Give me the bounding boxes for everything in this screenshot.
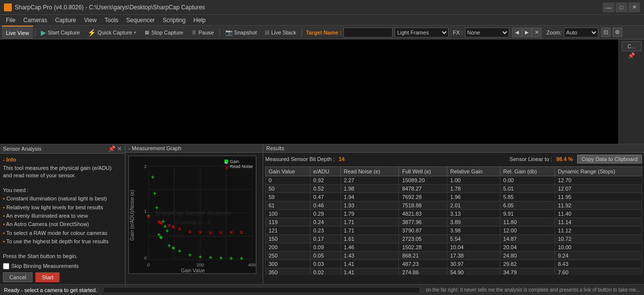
live-stack-button[interactable]: ⊞ Live Stack xyxy=(261,27,300,38)
menu-item-file[interactable]: File xyxy=(2,16,19,25)
gain-legend: + Gain xyxy=(224,159,253,164)
table-cell: 3877.96 xyxy=(399,218,447,227)
skip-binning-checkbox[interactable] xyxy=(3,263,9,269)
zoom-fit-button[interactable]: ⊡ xyxy=(601,28,611,37)
start-capture-button[interactable]: ▶ Start Capture xyxy=(37,27,83,38)
settings-button[interactable]: ⚙ xyxy=(613,28,622,37)
results-column-header: Full Well (e) xyxy=(399,167,447,176)
results-table-container[interactable]: Gain Valuee/ADURead Noise (e)Full Well (… xyxy=(265,166,642,275)
status-text: Ready - select a camera to get started. xyxy=(4,287,97,293)
table-cell: 12.00 xyxy=(500,227,554,235)
window-controls: — □ ✕ xyxy=(603,2,640,12)
minimize-button[interactable]: — xyxy=(603,2,614,12)
fx-toggle-button[interactable]: ✕ xyxy=(532,28,542,37)
fx-next-button[interactable]: ▶ xyxy=(522,28,532,37)
table-cell: 3.98 xyxy=(447,227,500,235)
zoom-select[interactable]: Auto 50% 100% 200% xyxy=(564,28,598,37)
table-row[interactable]: 1500.171.612723.055.5414.8710.72 xyxy=(266,235,642,243)
table-cell: 5.54 xyxy=(447,235,500,243)
quick-capture-button[interactable]: ⚡ Quick Capture ▾ xyxy=(84,27,139,38)
start-capture-icon: ▶ xyxy=(41,29,46,36)
table-cell: 1.71 xyxy=(340,227,399,235)
live-view-tab[interactable]: Live View xyxy=(2,26,33,39)
table-row[interactable]: 2000.091.461502.2810.0420.0410.00 xyxy=(266,243,642,252)
results-column-header: e/ADU xyxy=(310,167,340,176)
table-row[interactable]: 590.471.947692.281.965.8511.95 xyxy=(266,193,642,201)
table-row[interactable]: 1210.231.713790.873.9812.0011.12 xyxy=(266,227,642,235)
close-button[interactable]: ✕ xyxy=(628,2,640,12)
table-cell: 4821.83 xyxy=(399,210,447,218)
table-cell: 30.97 xyxy=(447,260,500,268)
table-cell: 0.02 xyxy=(310,268,340,275)
menu-item-capture[interactable]: Capture xyxy=(51,16,80,25)
results-title-bar: Results xyxy=(263,144,644,153)
table-cell: 3.89 xyxy=(447,218,500,227)
toolbar-separator-3 xyxy=(302,28,302,37)
toolbar-separator-2 xyxy=(219,28,220,37)
menu-item-view[interactable]: View xyxy=(80,16,101,25)
table-row[interactable]: 610.461.937518.882.016.0511.92 xyxy=(266,201,642,210)
cancel-button[interactable]: Cancel xyxy=(3,272,32,282)
skip-binning-label: Skip Binning Measurements xyxy=(11,263,79,269)
panel-close-button[interactable]: ✕ xyxy=(117,145,122,152)
pause-button[interactable]: ⏸ Pause xyxy=(187,27,217,38)
target-name-area: Target Name : Light Frames Dark Frames F… xyxy=(306,28,622,37)
table-cell: 17.38 xyxy=(447,252,500,260)
table-cell: 7518.88 xyxy=(399,201,447,210)
table-row[interactable]: 2500.051.43868.2117.3824.809.24 xyxy=(266,252,642,260)
table-row[interactable]: 00.922.2715089.201.000.0012.70 xyxy=(266,176,642,185)
menu-item-scripting[interactable]: Scripting xyxy=(159,16,190,25)
app-title: SharpCap Pro (v4.0.8026) - C:\Users\gary… xyxy=(15,4,603,11)
table-cell: 11.95 xyxy=(554,193,642,201)
menu-item-sequencer[interactable]: Sequencer xyxy=(123,16,159,25)
table-cell: 20.04 xyxy=(500,243,554,252)
pause-icon: ⏸ xyxy=(191,29,197,36)
sensor-analysis-panel: Sensor Analysis 📌 ✕ - Info This tool mea… xyxy=(0,144,125,284)
snapshot-button[interactable]: 📷 Snapshot xyxy=(222,27,260,38)
info-text: This tool measures the physical gain (e/… xyxy=(3,164,122,180)
table-cell: 5.85 xyxy=(500,193,554,201)
menu-item-tools[interactable]: Tools xyxy=(101,16,123,25)
graph-container: + Gain ✕ Read Noise xyxy=(128,156,256,274)
results-panel: Results Measured Sensor Bit Depth : 14 S… xyxy=(263,144,644,284)
noise-legend-label: Read Noise xyxy=(230,164,253,169)
status-bottom-text: on the far right. It never tells me the … xyxy=(426,287,640,293)
bullet-item: • An Astro Camera (not DirectShow) xyxy=(3,221,122,228)
menu-item-cameras[interactable]: Cameras xyxy=(19,16,51,25)
bullet-item: • To use the highest bit depth for true … xyxy=(3,238,122,245)
fx-select[interactable]: None xyxy=(465,28,509,37)
panel-close-button[interactable]: 📌 xyxy=(628,52,635,59)
table-cell: 3790.87 xyxy=(399,227,447,235)
table-cell: 0.00 xyxy=(500,176,554,185)
start-button[interactable]: Start xyxy=(35,272,60,282)
table-cell: 487.23 xyxy=(399,260,447,268)
table-cell: 1.46 xyxy=(340,243,399,252)
results-column-header: Read Noise (e) xyxy=(340,167,399,176)
table-cell: 1.41 xyxy=(340,268,399,275)
sensor-analysis-title-bar: Sensor Analysis 📌 ✕ xyxy=(0,144,125,154)
table-cell: 1.94 xyxy=(340,193,399,201)
skip-binning-container: Skip Binning Measurements xyxy=(3,263,122,269)
light-frames-select[interactable]: Light Frames Dark Frames Flat Frames Bia… xyxy=(395,28,449,37)
table-cell: 200 xyxy=(266,243,310,252)
target-name-input[interactable] xyxy=(343,28,393,37)
table-row[interactable]: 3000.031.41487.2330.9729.828.43 xyxy=(266,260,642,268)
panel-pin-button[interactable]: C... xyxy=(622,41,642,51)
table-cell: 12.07 xyxy=(554,185,642,193)
table-cell: 0.09 xyxy=(310,243,340,252)
panel-pin-button[interactable]: 📌 xyxy=(108,145,116,152)
table-row[interactable]: 1000.291.794821.833.139.9111.40 xyxy=(266,210,642,218)
table-row[interactable]: 500.521.988478.271.785.0112.07 xyxy=(266,185,642,193)
copy-data-button[interactable]: Copy Data to Clipboard xyxy=(577,155,642,164)
table-cell: 24.80 xyxy=(500,252,554,260)
gain-legend-label: Gain xyxy=(230,159,239,164)
table-row[interactable]: 1190.241.713877.963.8911.8011.14 xyxy=(266,218,642,227)
menu-item-help[interactable]: Help xyxy=(189,16,210,25)
noise-legend: ✕ Read Noise xyxy=(224,164,253,169)
table-cell: 2.01 xyxy=(447,201,500,210)
stop-capture-button[interactable]: ⏹ Stop Capture xyxy=(141,27,187,38)
fx-prev-button[interactable]: ◀ xyxy=(512,28,522,37)
table-row[interactable]: 3500.021.41274.8654.9034.797.60 xyxy=(266,268,642,275)
table-cell: 11.92 xyxy=(554,201,642,210)
maximize-button[interactable]: □ xyxy=(615,2,627,12)
